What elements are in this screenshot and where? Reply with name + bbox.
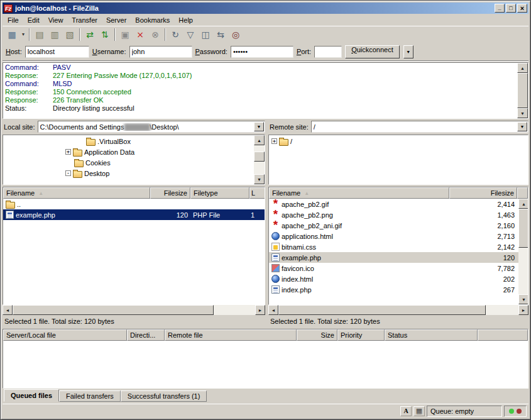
scrollbar-thumb[interactable] [278, 305, 486, 315]
file-row-index-php[interactable]: index.php267 [269, 284, 518, 295]
remote-list-scrollbar[interactable] [518, 199, 528, 304]
scrollbar-thumb[interactable] [254, 152, 265, 162]
filename-cell: favicon.ico [269, 263, 449, 274]
menu-item-transfer[interactable]: Transfer [67, 15, 102, 25]
file-row-favicon-ico[interactable]: favicon.ico7,782 [269, 263, 518, 274]
host-input[interactable] [25, 46, 89, 58]
file-row-applications-html[interactable]: applications.html2,713 [269, 231, 518, 241]
local-site-combo[interactable]: C:\Documents and Settings██████\Desktop\ [38, 121, 265, 133]
toggle-message-log-icon[interactable]: ▤ [32, 28, 47, 41]
tree-item-x[interactable]: +/ [269, 136, 528, 146]
scroll-down-icon[interactable] [254, 174, 265, 184]
column-header-l[interactable]: L [249, 187, 265, 199]
username-label: Username: [92, 48, 126, 55]
file-row-apache-pb2-png[interactable]: apache_pb2.png1,463 [269, 209, 518, 220]
add-bookmark-icon[interactable]: ▣ [118, 28, 133, 41]
local-tree-scrollbar[interactable] [254, 135, 265, 184]
maximize-button[interactable]: □ [506, 4, 516, 13]
column-header-filesize[interactable]: Filesize [449, 187, 517, 199]
reconnect-icon[interactable]: ↻ [168, 28, 183, 41]
local-list-hscrollbar[interactable] [3, 305, 265, 315]
queue-column-header-server-local-file[interactable]: Server/Local file [3, 329, 127, 341]
scroll-down-icon[interactable] [517, 108, 528, 118]
toggle-directory-trees-icon[interactable]: ▥ [47, 28, 62, 41]
menu-item-bookmarks[interactable]: Bookmarks [131, 15, 174, 25]
process-queue-icon[interactable]: ⇅ [97, 28, 112, 41]
menu-item-file[interactable]: File [3, 15, 23, 25]
tree-expander-icon[interactable]: + [271, 138, 277, 144]
queue-column-header-remote-file[interactable]: Remote file [165, 329, 297, 341]
menu-item-help[interactable]: Help [174, 15, 197, 25]
scroll-up-icon[interactable] [518, 199, 528, 209]
column-header-filename[interactable]: Filename [3, 187, 150, 199]
remote-site-combo-arrow-icon[interactable] [517, 122, 527, 131]
scroll-up-icon[interactable] [517, 63, 528, 73]
tree-expander-icon[interactable]: + [65, 149, 71, 155]
file-row-index-html[interactable]: index.html202 [269, 274, 518, 284]
column-header-filename[interactable]: Filename [269, 187, 449, 199]
username-input[interactable] [129, 46, 192, 58]
tree-item-cookies[interactable]: Cookies [3, 157, 254, 168]
filezilla-logo-icon: Fz [4, 4, 13, 13]
cancel-operation-icon[interactable]: × [133, 28, 148, 41]
scroll-up-icon[interactable] [254, 135, 265, 145]
tree-item-desktop[interactable]: -Desktop [3, 168, 254, 179]
column-header-filesize[interactable]: Filesize [150, 187, 190, 199]
file-row-x[interactable]: .. [3, 199, 265, 209]
queue-column-header-size[interactable]: Size [297, 329, 337, 341]
remote-list-hscrollbar[interactable] [268, 305, 528, 315]
file-row-example-php[interactable]: example.php120PHP File1 [3, 209, 265, 220]
file-row-apache-pb2-gif[interactable]: apache_pb2.gif2,414 [269, 199, 518, 209]
tab-successful-transfers-1[interactable]: Successful transfers (1) [121, 390, 207, 402]
refresh-file-lists-icon[interactable]: ⇄ [82, 28, 97, 41]
site-manager-dropdown-icon[interactable]: ▾ [19, 28, 27, 41]
queue-column-header-directi[interactable]: Directi... [127, 329, 165, 341]
tree-item-application-data[interactable]: +Application Data [3, 146, 254, 157]
filezilla-window: Fz john@localhost - FileZilla _ □ × File… [0, 0, 531, 420]
menu-item-view[interactable]: View [44, 15, 68, 25]
close-button[interactable]: × [517, 4, 527, 13]
scroll-left-icon[interactable] [3, 305, 13, 315]
tree-expander-icon[interactable]: - [65, 170, 71, 176]
queue-column-header-status[interactable]: Status [385, 329, 478, 341]
password-input[interactable] [231, 46, 293, 58]
scroll-down-icon[interactable] [518, 294, 528, 304]
directory-comparison-icon[interactable]: ◫ [198, 28, 213, 41]
title-bar[interactable]: Fz john@localhost - FileZilla _ □ × [3, 3, 528, 14]
scrollbar-thumb[interactable] [13, 305, 214, 315]
remote-site-combo[interactable]: / [311, 121, 528, 133]
site-manager-icon[interactable]: ▦ [4, 28, 19, 41]
scrollbar-thumb[interactable] [517, 73, 528, 108]
tab-queued-files[interactable]: Queued files [4, 389, 59, 402]
directory-listing-filters-icon[interactable]: ▽ [183, 28, 198, 41]
scroll-right-icon[interactable] [518, 305, 528, 315]
tab-failed-transfers[interactable]: Failed transfers [59, 390, 121, 402]
image-file-icon [271, 221, 280, 229]
menu-item-server[interactable]: Server [102, 15, 131, 25]
quickconnect-button[interactable]: Quickconnect [345, 45, 400, 58]
menu-item-edit[interactable]: Edit [23, 15, 44, 25]
filesize-cell: 120 [449, 252, 517, 263]
port-input[interactable] [314, 46, 342, 58]
file-row-apache-pb2-ani-gif[interactable]: apache_pb2_ani.gif2,160 [269, 220, 518, 231]
file-row-bitnami-css[interactable]: bitnami.css2,142 [269, 241, 518, 252]
minimize-button[interactable]: _ [495, 4, 505, 13]
scroll-left-icon[interactable] [268, 305, 278, 315]
toggle-transfer-queue-icon[interactable]: ▧ [62, 28, 77, 41]
quickconnect-dropdown-icon[interactable] [403, 45, 413, 58]
scroll-right-icon[interactable] [255, 305, 265, 315]
synchronized-browsing-icon[interactable]: ⇆ [213, 28, 228, 41]
letter-a-icon[interactable]: A [400, 406, 412, 416]
scrollbar-thumb[interactable] [518, 209, 528, 248]
keypad-icon[interactable] [413, 406, 425, 416]
tree-item-virtualbox[interactable]: .VirtualBox [3, 136, 254, 146]
filename-cell: index.html [269, 274, 449, 284]
disconnect-icon[interactable]: ⊗ [148, 28, 163, 41]
filesize-cell: 7,782 [449, 263, 517, 274]
local-site-combo-arrow-icon[interactable] [254, 122, 264, 131]
column-header-filetype[interactable]: Filetype [190, 187, 249, 199]
find-files-icon[interactable]: ◎ [228, 28, 243, 41]
queue-column-header-priority[interactable]: Priority [337, 329, 385, 341]
file-row-example-php[interactable]: example.php120 [269, 252, 518, 263]
log-scrollbar[interactable] [517, 63, 528, 118]
